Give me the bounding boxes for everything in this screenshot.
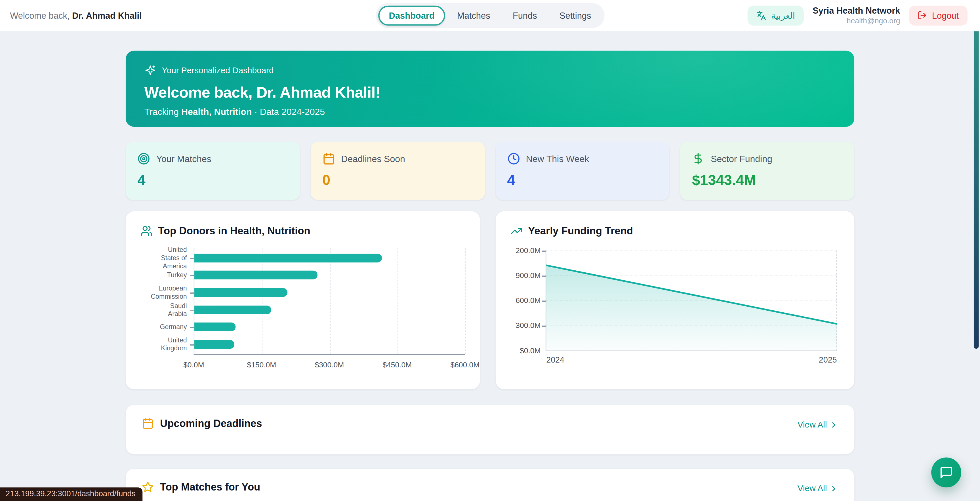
bar-row: European Commission (194, 288, 465, 297)
section-title: Upcoming Deadlines (142, 417, 262, 429)
stat-value: 0 (322, 172, 473, 189)
charts-row: Top Donors in Health, Nutrition United S… (126, 212, 854, 390)
hero-eyebrow: Your Personalized Dashboard (145, 64, 835, 76)
header-welcome-text: Welcome back, Dr. Ahmad Khalil (10, 10, 142, 20)
axis-tick (190, 293, 194, 293)
bar (194, 323, 236, 332)
sparkles-icon (145, 64, 156, 76)
stat-value: 4 (507, 172, 658, 189)
axis-tick (190, 275, 194, 276)
line-plot-area: 2024 2025 (546, 250, 837, 351)
tracked-sectors: Health, Nutrition (181, 107, 252, 117)
top-donors-card: Top Donors in Health, Nutrition United S… (126, 212, 480, 390)
axis-tick (542, 250, 546, 251)
x-tick-label: $0.0M (183, 361, 204, 369)
matches-view-all-link[interactable]: View All (797, 481, 838, 496)
target-icon (138, 152, 150, 165)
x-tick-label: $150.0M (247, 361, 276, 369)
y-tick-label: 300.0M (515, 321, 541, 330)
axis-tick (542, 326, 546, 326)
calendar-icon (142, 417, 154, 429)
dashboard-main: Your Personalized Dashboard Welcome back… (126, 51, 854, 501)
main-nav-tabs: Dashboard Matches Funds Settings (375, 3, 604, 28)
tab-dashboard[interactable]: Dashboard (378, 5, 445, 25)
top-donors-bar-chart: United States of AmericaTurkeyEuropean C… (194, 248, 465, 372)
chat-button[interactable] (931, 457, 961, 487)
stat-label: Deadlines Soon (341, 154, 405, 164)
star-icon (142, 481, 154, 493)
tab-funds[interactable]: Funds (502, 5, 547, 25)
org-info: Syria Health Network health@ngo.org (813, 5, 900, 26)
axis-tick (542, 301, 546, 302)
trend-line-svg (546, 250, 837, 350)
stat-value: 4 (138, 172, 288, 189)
app-screen: Welcome back, Dr. Ahmad Khalil Dashboard… (0, 0, 980, 501)
funding-trend-card: Yearly Funding Trend 200.0M900.0M600.0M3… (496, 212, 854, 390)
bar-category-label: European Commission (151, 284, 187, 301)
trending-up-icon (511, 225, 523, 237)
axis-tick (190, 344, 194, 345)
bar-plot-area: United States of AmericaTurkeyEuropean C… (194, 248, 465, 355)
bar-category-label: United States of America (151, 246, 187, 270)
bar-category-label: Saudi Arabia (151, 302, 187, 318)
stat-card-new-this-week: New This Week 4 (495, 142, 670, 200)
scrollbar-thumb[interactable] (974, 1, 979, 349)
tab-matches[interactable]: Matches (447, 5, 501, 25)
chevron-right-icon (829, 420, 838, 429)
trend-area-fill (546, 265, 837, 351)
y-tick-label: 200.0M (515, 246, 541, 255)
bar-x-axis-labels: $0.0M$150.0M$300.0M$450.0M$600.0M (194, 361, 465, 372)
hero-subtitle: Tracking Health, Nutrition · Data 2024-2… (145, 107, 835, 117)
axis-tick (190, 327, 194, 328)
bar-row: United States of America (194, 254, 465, 262)
bar-row: Germany (194, 323, 465, 332)
axis-tick (190, 258, 194, 259)
hero-title: Welcome back, Dr. Ahmad Khalil! (145, 84, 835, 101)
user-name: Dr. Ahmad Khalil (72, 10, 142, 20)
x-tick-label: 2025 (819, 355, 837, 364)
language-toggle-button[interactable]: العربية (747, 5, 804, 25)
stat-card-deadlines-soon: Deadlines Soon 0 (310, 142, 485, 200)
header-right-group: العربية Syria Health Network health@ngo.… (747, 5, 967, 26)
dollar-icon (692, 152, 705, 165)
y-tick-label: $0.0M (520, 346, 541, 355)
chevron-right-icon (829, 484, 838, 493)
status-url-tooltip: 213.199.39.23:3001/dashboard/funds (0, 487, 142, 501)
bar (194, 288, 288, 297)
bar-category-label: Germany (151, 323, 187, 331)
stat-card-sector-funding: Sector Funding $1343.4M (680, 142, 854, 200)
org-name: Syria Health Network (813, 5, 900, 16)
logout-icon (918, 11, 927, 20)
top-nav-bar: Welcome back, Dr. Ahmad Khalil Dashboard… (0, 0, 980, 31)
calendar-icon (322, 152, 335, 165)
x-tick-label: $300.0M (315, 361, 344, 369)
funding-trend-line-chart: 200.0M900.0M600.0M300.0M$0.0M (511, 250, 840, 351)
top-matches-card: Top Matches for You View All (126, 469, 854, 501)
bar-category-label: United Kingdom (151, 336, 187, 353)
chart-title: Top Donors in Health, Nutrition (158, 225, 310, 237)
bar (194, 254, 382, 262)
bar-row: United Kingdom (194, 340, 465, 349)
x-tick-label: $450.0M (382, 361, 412, 369)
axis-tick (190, 310, 194, 311)
tab-settings[interactable]: Settings (549, 5, 601, 25)
bar (194, 271, 318, 280)
bar (194, 305, 272, 314)
line-y-axis-labels: 200.0M900.0M600.0M300.0M$0.0M (511, 250, 546, 350)
x-tick-label: 2024 (546, 355, 564, 364)
logout-button[interactable]: Logout (909, 5, 967, 25)
bar (194, 340, 234, 349)
stat-label: New This Week (526, 154, 589, 164)
bar-row: Turkey (194, 271, 465, 280)
users-icon (141, 225, 153, 237)
hero-banner: Your Personalized Dashboard Welcome back… (126, 51, 854, 127)
stat-card-your-matches: Your Matches 4 (126, 142, 300, 200)
y-tick-label: 600.0M (515, 296, 541, 305)
x-tick-label: $600.0M (450, 361, 479, 369)
stats-row: Your Matches 4 Deadlines Soon 0 (126, 142, 854, 200)
bar-row: Saudi Arabia (194, 305, 465, 314)
bar-category-label: Turkey (151, 271, 187, 280)
deadlines-view-all-link[interactable]: View All (797, 417, 838, 432)
stat-value: $1343.4M (692, 172, 842, 189)
upcoming-deadlines-card: Upcoming Deadlines View All (126, 405, 854, 454)
